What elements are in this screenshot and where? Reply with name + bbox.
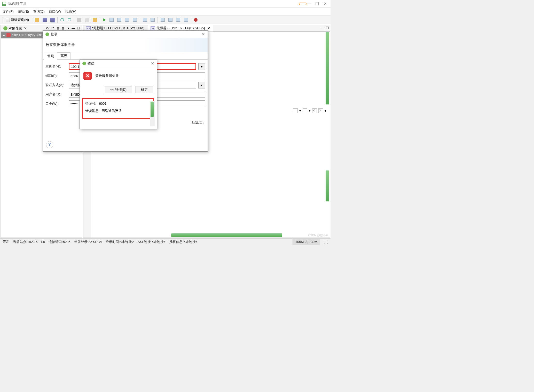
editor-min-icon[interactable]: — [321, 26, 325, 30]
menu-file[interactable]: 文件(F) [3, 9, 14, 14]
login-close-button[interactable]: ✕ [202, 32, 205, 37]
ok-button[interactable]: 确定 [136, 86, 153, 93]
tool-icon [168, 18, 172, 22]
editor-tab-label: *无标题1 - LOCALHOST(SYSDBA) [92, 26, 144, 30]
maximize-button[interactable]: ☐ [315, 1, 319, 6]
copy-button[interactable] [83, 17, 91, 23]
tb-btn-2[interactable] [115, 17, 123, 23]
nav-icon [3, 26, 7, 30]
new-query-button[interactable]: 新建查询(N) [4, 17, 31, 23]
menubar: 文件(F) 编辑(E) 查询(Q) 窗口(W) 帮助(H) [0, 8, 331, 15]
tb-btn-8[interactable] [167, 17, 174, 23]
status-dev: 开发 [3, 240, 9, 244]
expand-icon[interactable]: ▶ [3, 34, 5, 37]
scrollbar-thumb[interactable] [151, 102, 154, 117]
redo-button[interactable] [66, 17, 73, 23]
horizontal-scrollbar[interactable] [171, 233, 282, 237]
nav-menu-icon[interactable]: ▾ [66, 26, 70, 31]
nav-min-icon[interactable]: — [71, 26, 76, 31]
trash-icon[interactable] [324, 240, 328, 244]
login-tabs: 常规 高级 [43, 52, 208, 60]
save-icon [43, 18, 47, 22]
error-dialog: 错误 ✕ ✕ 登录服务器失败 << 详情(D) 确定 错误号: 6001 错误消… [80, 60, 157, 129]
tab-general[interactable]: 常规 [44, 53, 57, 60]
error-scroll[interactable] [150, 101, 155, 126]
tb-btn-1[interactable] [108, 17, 115, 23]
error-title-icon [82, 62, 86, 65]
help-button[interactable]: ? [46, 141, 53, 148]
status-site: 当前站点:192.168.1.6 [13, 240, 45, 244]
tool-icon [151, 18, 155, 22]
nav-max-icon[interactable]: ☐ [76, 26, 81, 31]
run-button[interactable] [101, 17, 108, 23]
tb-btn-6[interactable] [149, 17, 156, 23]
bug-icon [194, 18, 198, 22]
tool-icon [117, 18, 121, 22]
error-number-value: 6001 [99, 102, 106, 105]
undo-button[interactable] [59, 17, 66, 23]
tree-item-label: 192.168.1.6(SYSDBA) [12, 33, 46, 37]
panel-icon-2[interactable] [303, 108, 307, 113]
nav-tab[interactable]: 对象导航 ✕ [2, 26, 28, 31]
close-button[interactable]: ✕ [324, 1, 327, 6]
cut-button[interactable] [75, 17, 83, 23]
env-link[interactable]: 环境(O) [192, 120, 203, 124]
menu-query[interactable]: 查询(Q) [33, 9, 45, 14]
decoration-pill [299, 3, 307, 5]
error-close-button[interactable]: ✕ [151, 61, 154, 66]
status-port: 连接端口:5236 [49, 240, 70, 244]
panel-icon-4[interactable]: ✕ [318, 108, 323, 113]
panel-icon-3[interactable]: ✕ [312, 108, 317, 113]
host-dropdown-button[interactable]: ▾ [198, 63, 205, 70]
error-body: ✕ 登录服务器失败 [80, 67, 157, 85]
menu-edit[interactable]: 编辑(E) [18, 9, 29, 14]
details-button[interactable]: << 详情(D) [105, 86, 132, 93]
tb-btn-4[interactable] [131, 17, 139, 23]
new-query-label: 新建查询(N) [11, 18, 29, 22]
nav-link-icon[interactable]: ⇄ [50, 26, 55, 31]
port-value: 5236 [70, 74, 78, 78]
tb-btn-3[interactable] [123, 17, 131, 23]
status-auth: 授权信息:<未连接> [169, 240, 198, 244]
nav-tab-label: 对象导航 [9, 26, 22, 31]
status-login: 当前登录:SYSDBA [74, 240, 102, 244]
tb-btn-10[interactable] [182, 17, 190, 23]
tab-advanced[interactable]: 高级 [57, 52, 70, 59]
nav-collapse-icon[interactable]: ⊟ [56, 26, 60, 31]
save-all-button[interactable] [49, 17, 56, 23]
tb-btn-9[interactable] [174, 17, 182, 23]
save-button[interactable] [41, 17, 49, 23]
auth-label: 验证方式(A): [45, 83, 67, 87]
tb-btn-5[interactable] [141, 17, 149, 23]
watermark: CSDN @赵小众 [308, 233, 328, 237]
menu-window[interactable]: 窗口(W) [49, 9, 61, 14]
vertical-scrollbar-2[interactable] [326, 170, 329, 201]
cut-icon [77, 18, 81, 22]
folder-icon [35, 18, 39, 22]
nav-tab-close[interactable]: ✕ [24, 26, 27, 30]
nav-expand-icon[interactable]: ⊞ [61, 26, 65, 31]
error-icon: ✕ [83, 72, 92, 80]
editor-max-icon[interactable]: ☐ [326, 26, 329, 30]
open-button[interactable] [33, 17, 41, 23]
login-banner: 连接数据库服务器 [43, 38, 208, 52]
paste-button[interactable] [91, 17, 99, 23]
panel-icon-1[interactable] [293, 108, 298, 113]
error-message: 登录服务器失败 [95, 74, 119, 78]
undo-icon [60, 18, 64, 22]
vertical-scrollbar[interactable] [326, 32, 329, 104]
debug-button[interactable] [192, 17, 199, 23]
error-msg-value: 网络通信异常 [101, 109, 122, 113]
tb-btn-7[interactable] [159, 17, 167, 23]
nav-refresh-icon[interactable]: ⟳ [45, 26, 50, 31]
error-detail-box: 错误号: 6001 错误消息: 网络通信异常 [82, 98, 154, 119]
minimize-button[interactable]: — [307, 1, 311, 6]
app-icon [2, 2, 6, 6]
tool-icon [133, 18, 137, 22]
memory-indicator[interactable]: 106M 共 130M [293, 239, 320, 245]
tab-close-icon[interactable]: ✕ [207, 26, 210, 30]
auth-dropdown-button[interactable]: ▾ [198, 82, 205, 88]
paste-icon [93, 18, 97, 22]
password-label: 口令(W): [45, 101, 67, 106]
menu-help[interactable]: 帮助(H) [65, 9, 76, 14]
